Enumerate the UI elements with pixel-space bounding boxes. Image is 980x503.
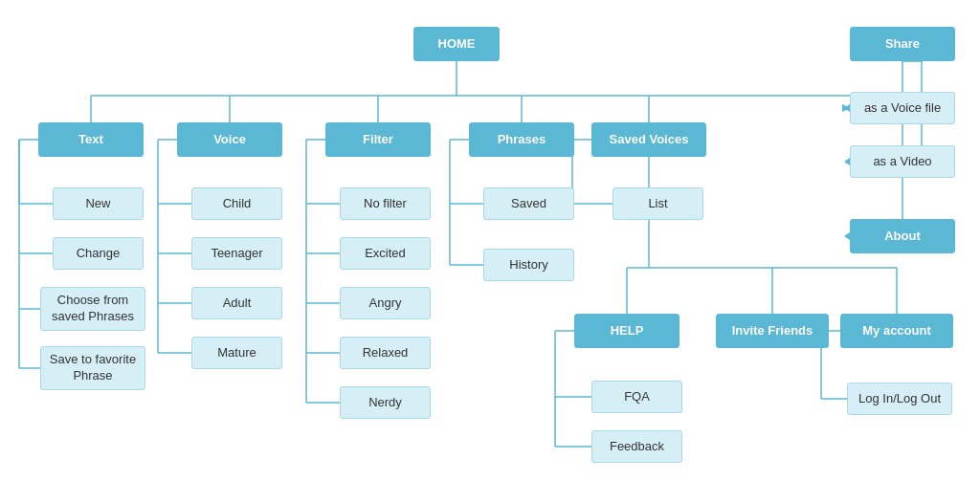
text-change-node: Change xyxy=(53,237,144,270)
myaccount-node: My account xyxy=(840,314,953,348)
share-video-node: as a Video xyxy=(850,145,955,178)
voice-node: Voice xyxy=(177,122,282,157)
share-voice-node: as a Voice file xyxy=(850,92,955,124)
voice-teen-node: Teenager xyxy=(191,237,282,270)
text-choose-node: Choose from saved Phrases xyxy=(40,287,145,331)
diagram-container: HOME Text New Change Choose from saved P… xyxy=(0,0,980,503)
text-save-node: Save to favorite Phrase xyxy=(40,346,145,390)
filter-angry-node: Angry xyxy=(340,287,431,319)
invite-node: Invite Friends xyxy=(716,314,829,348)
voice-adult-node: Adult xyxy=(191,287,282,319)
phrases-node: Phrases xyxy=(469,122,574,157)
voice-child-node: Child xyxy=(191,187,282,220)
phrases-saved-node: Saved xyxy=(483,187,574,220)
filter-no-node: No filter xyxy=(340,187,431,220)
filter-excited-node: Excited xyxy=(340,237,431,270)
filter-nerdy-node: Nerdy xyxy=(340,386,431,419)
sv-list-node: List xyxy=(612,187,703,220)
voice-mature-node: Mature xyxy=(191,337,282,369)
text-new-node: New xyxy=(53,187,144,220)
phrases-history-node: History xyxy=(483,249,574,281)
saved-voices-node: Saved Voices xyxy=(591,122,706,157)
svg-marker-55 xyxy=(842,104,850,112)
login-node: Log In/Log Out xyxy=(847,383,952,415)
share-node: Share xyxy=(850,27,955,61)
text-node: Text xyxy=(38,122,144,157)
home-node: HOME xyxy=(413,27,500,61)
about-node: About xyxy=(850,219,955,253)
help-node: HELP xyxy=(574,314,679,348)
help-fqa-node: FQA xyxy=(591,381,682,413)
filter-relaxed-node: Relaxed xyxy=(340,337,431,369)
filter-node: Filter xyxy=(325,122,431,157)
help-feedback-node: Feedback xyxy=(591,430,682,463)
